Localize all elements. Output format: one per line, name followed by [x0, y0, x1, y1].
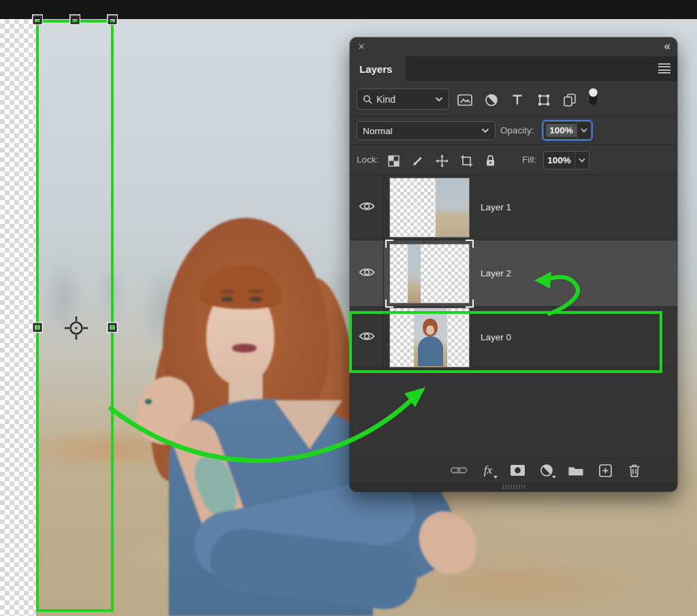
kind-filter-label: Kind — [376, 94, 431, 105]
visibility-eye-icon[interactable] — [359, 201, 375, 214]
filter-type-layers-icon[interactable] — [508, 91, 526, 109]
panel-bottom-strip — [350, 483, 677, 491]
add-layer-mask-icon[interactable] — [508, 461, 526, 479]
lock-artboard-icon[interactable] — [458, 152, 474, 169]
filter-toggle[interactable] — [584, 88, 602, 106]
panel-topbar: ✕ « — [350, 37, 677, 56]
thumb-selection-bracket — [385, 240, 393, 248]
layer-name[interactable]: Layer 2 — [481, 268, 511, 278]
filter-row: Kind — [350, 82, 677, 116]
tab-layers[interactable]: Layers — [350, 56, 406, 82]
close-icon[interactable]: ✕ — [355, 41, 368, 53]
blend-row: Normal Opacity: 100% — [350, 116, 677, 145]
app-titlebar — [0, 0, 697, 19]
lock-all-icon[interactable] — [482, 152, 498, 169]
fill-label: Fill: — [522, 155, 536, 165]
lock-paint-icon[interactable] — [409, 152, 425, 169]
panel-tabrow: Layers — [350, 56, 677, 82]
filter-adjustment-layers-icon[interactable] — [483, 91, 500, 109]
screenshot-stage: ✕ « Layers Kind — [0, 0, 697, 616]
kind-filter-dropdown[interactable]: Kind — [357, 88, 449, 110]
transform-handle-middle-right[interactable] — [108, 323, 117, 332]
reference-point-icon[interactable] — [61, 313, 91, 343]
panel-menu-icon[interactable] — [658, 63, 670, 74]
fill-chevron-icon[interactable] — [574, 152, 589, 169]
layer-style-icon[interactable]: fx — [479, 461, 497, 479]
opacity-value[interactable]: 100% — [546, 124, 577, 137]
delete-layer-icon[interactable] — [626, 461, 643, 479]
blend-mode-value: Normal — [363, 126, 481, 136]
transform-handle-top-right[interactable] — [108, 16, 117, 25]
opacity-field[interactable]: 100% — [543, 121, 591, 140]
layer-row-layer1[interactable]: Layer 1 — [350, 175, 677, 240]
lock-transparency-icon[interactable] — [385, 152, 402, 169]
new-layer-icon[interactable] — [596, 461, 614, 479]
opacity-chevron-icon[interactable] — [577, 122, 591, 139]
layer-row-layer2[interactable]: Layer 2 — [350, 240, 677, 307]
link-layers-icon[interactable] — [450, 461, 468, 479]
chevron-down-icon — [481, 128, 489, 133]
thumb-selection-bracket — [466, 240, 474, 248]
panel-toolbar: fx — [350, 457, 677, 483]
thumb-selection-bracket — [385, 299, 393, 308]
search-icon — [363, 95, 372, 104]
opacity-label: Opacity: — [500, 125, 534, 135]
filter-shape-layers-icon[interactable] — [535, 91, 553, 109]
layer-name[interactable]: Layer 1 — [481, 202, 511, 212]
fill-value[interactable]: 100% — [544, 152, 574, 169]
collapse-panel-icon[interactable]: « — [664, 40, 670, 52]
lock-label: Lock: — [357, 155, 378, 165]
transform-handle-top-left[interactable] — [33, 16, 42, 25]
transparency-checkerboard — [0, 19, 36, 616]
transform-handle-middle-left[interactable] — [33, 323, 42, 332]
lock-row: Lock: — [350, 145, 677, 175]
filter-smart-objects-icon[interactable] — [561, 91, 579, 109]
new-group-icon[interactable] — [567, 461, 585, 479]
layer0-annotation-box — [349, 311, 662, 373]
layer-thumbnail-selected[interactable] — [389, 244, 470, 304]
fill-field[interactable]: 100% — [543, 151, 589, 169]
panel-resize-grip[interactable] — [502, 485, 525, 489]
visibility-eye-icon[interactable] — [359, 267, 375, 280]
layer-thumbnail[interactable] — [389, 178, 470, 238]
layers-panel: ✕ « Layers Kind — [350, 37, 677, 491]
new-adjustment-layer-icon[interactable] — [538, 461, 555, 479]
transform-handle-top-center[interactable] — [71, 16, 80, 25]
thumb-selection-bracket — [466, 299, 474, 308]
filter-pixel-layers-icon[interactable] — [456, 91, 474, 109]
chevron-down-icon — [435, 97, 443, 102]
lock-position-icon[interactable] — [434, 152, 450, 169]
blend-mode-dropdown[interactable]: Normal — [357, 121, 496, 140]
